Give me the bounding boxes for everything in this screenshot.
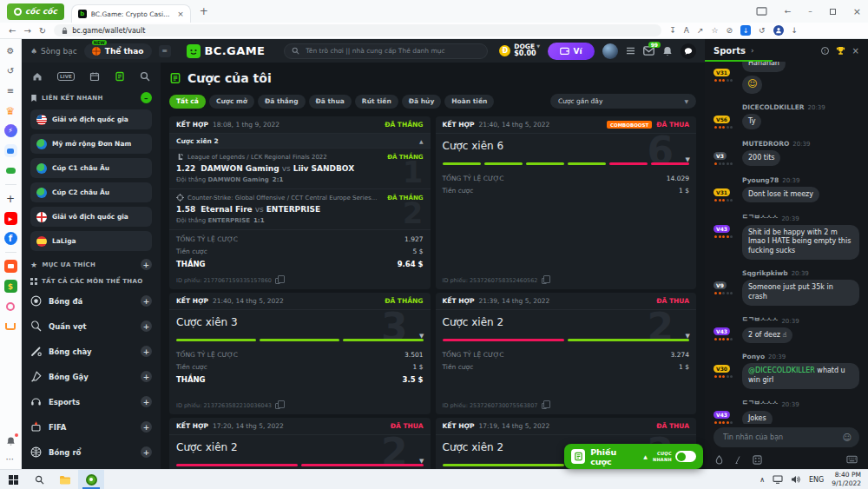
file-explorer-icon[interactable] (52, 470, 78, 489)
settings-icon[interactable]: ⚙ (4, 44, 17, 57)
notifications-bell-icon[interactable] (4, 434, 17, 447)
minimize-button[interactable]: – (808, 7, 812, 16)
network-icon[interactable] (773, 475, 783, 484)
list-icon[interactable] (626, 47, 635, 55)
chat-username[interactable]: MUTEDRORO20:39 (742, 140, 859, 148)
taskbar-clock[interactable]: 8:40 PM 9/1/2022 (832, 471, 861, 488)
bet-card[interactable]: KẾT HỢP21:40, 14 thg 5, 2022COMBOBOOSTĐÃ… (436, 116, 697, 289)
chat-username[interactable]: ᄃᄀᄇᄉᄉᄉ20:39 (742, 213, 859, 222)
expand-plus-icon[interactable]: + (141, 346, 152, 357)
tab-close-icon[interactable]: × (177, 10, 184, 18)
sidebar-sport-esports[interactable]: Esports+ (30, 393, 152, 411)
copy-icon[interactable] (542, 278, 547, 284)
quick-bet-toggle[interactable] (675, 451, 696, 462)
copy-icon[interactable] (275, 403, 280, 409)
bcgame-logo[interactable]: BC.GAME (187, 44, 266, 58)
game-search-input[interactable] (304, 46, 480, 56)
coccoc-taskbar-icon[interactable] (78, 470, 104, 489)
copy-icon[interactable] (542, 403, 547, 409)
close-button[interactable]: × (853, 6, 861, 17)
downloads-icon[interactable]: ↓ (792, 26, 799, 35)
sports-tab[interactable]: NEW Thể thao (84, 43, 152, 59)
chevron-down-icon[interactable]: ▼ (419, 333, 424, 340)
games-icon[interactable] (4, 164, 17, 177)
translate-icon[interactable]: A (684, 26, 689, 35)
browser-tab[interactable]: b BC.Game: Crypto Casino Gan × (71, 4, 191, 23)
youtube-icon[interactable]: ▶ (4, 212, 17, 225)
add-favorite-button[interactable]: + (141, 259, 152, 270)
game-search[interactable] (284, 43, 488, 59)
start-button[interactable] (0, 470, 26, 489)
expand-plus-icon[interactable]: + (141, 295, 152, 307)
user-avatar[interactable] (602, 43, 618, 59)
sidebar-sport-tennis[interactable]: Quần vợt+ (30, 317, 152, 335)
sidebar-sport-cricket[interactable]: Bóng Gậy+ (30, 367, 152, 386)
taskbar-search-icon[interactable] (26, 470, 52, 489)
coccoc-logo[interactable]: cốc cốc (7, 3, 64, 20)
expand-plus-icon[interactable]: + (141, 320, 152, 332)
chat-input-box[interactable]: ☺ (713, 427, 859, 447)
app-red-icon[interactable] (4, 260, 17, 273)
messenger-icon[interactable]: ⚡ (4, 124, 17, 137)
expand-plus-icon[interactable]: + (141, 446, 152, 458)
volume-icon[interactable] (791, 475, 801, 484)
rain-icon[interactable] (715, 455, 723, 465)
filter-pill[interactable]: Đã thắng (258, 95, 306, 109)
sidebar-quick-link[interactable]: LaLiga (30, 231, 152, 251)
sort-dropdown[interactable]: Cược gần đây▼ (550, 94, 696, 109)
filter-pill[interactable]: Đã thua (309, 95, 352, 109)
trophy-icon[interactable] (836, 46, 845, 56)
expand-plus-icon[interactable]: + (141, 371, 152, 382)
mention-link[interactable]: @DICECOLDKILLER (748, 367, 815, 374)
copy-icon[interactable] (275, 278, 280, 284)
home-icon[interactable] (32, 71, 43, 82)
sidebar-sport-basketball[interactable]: Bóng rổ+ (30, 443, 152, 461)
install-icon[interactable]: ↧ (669, 26, 676, 35)
betslip-float-button[interactable]: Phiếu cược ▲ CƯỢCNHANH (564, 444, 703, 469)
bet-title-row[interactable]: Cược xiên 2▲ (169, 134, 431, 149)
bet-card[interactable]: KẾT HỢP21:39, 14 thg 5, 2022ĐÃ THUA2▼Cượ… (436, 293, 697, 414)
chat-username[interactable]: ᄃᄀᄇᄉᄉᄉ20:39 (742, 399, 859, 408)
menu-icon[interactable]: ≡ (159, 45, 171, 57)
adblock-shield-icon[interactable]: ⊘ (727, 26, 733, 35)
chat-username[interactable]: ᄃᄀᄇᄉᄉᄉ20:39 (742, 315, 859, 325)
history-icon[interactable]: ↺ (4, 64, 17, 77)
chat-username[interactable]: Sqgrikpkiwb20:39 (742, 269, 859, 277)
sidebar-quick-link[interactable]: Cúp C2 châu Âu (30, 182, 152, 202)
dice-icon[interactable] (753, 455, 762, 465)
sidebar-sport-football[interactable]: Bóng đá+ (30, 292, 152, 310)
bet-card[interactable]: KẾT HỢP17:20, 14 thg 5, 2022ĐÃ THUA2▼Cượ… (169, 418, 431, 469)
schedule-icon[interactable] (89, 71, 100, 82)
chat-rules-icon[interactable]: ! (821, 47, 829, 55)
forward-icon[interactable]: → (23, 26, 30, 36)
chat-username[interactable]: DICECOLDKILLER20:39 (742, 103, 859, 111)
crown-icon[interactable]: ♛ (4, 104, 17, 117)
expand-plus-icon[interactable]: + (141, 421, 152, 433)
chat-username[interactable]: Pyoung7820:39 (742, 176, 859, 184)
balance-selector[interactable]: Đ DOGE▼ $0.00 (499, 43, 540, 58)
sidebar-quick-link[interactable]: Mỹ mở rộng Đơn Nam (30, 134, 152, 154)
chat-room-name[interactable]: Sports (713, 46, 746, 56)
chat-input[interactable] (721, 433, 843, 442)
maximize-button[interactable] (830, 9, 836, 15)
cast-icon[interactable] (756, 7, 767, 16)
language-indicator[interactable]: ENG (809, 476, 824, 484)
tray-expand-icon[interactable]: ∧ (760, 476, 765, 484)
chevron-down-icon[interactable]: ▼ (686, 156, 690, 163)
chevron-down-icon[interactable]: ▼ (686, 333, 690, 340)
chevron-down-icon[interactable]: ▼ (419, 458, 424, 465)
share-icon[interactable]: ↗ (697, 26, 704, 35)
commands-icon[interactable] (734, 455, 741, 465)
app-green-icon[interactable]: $ (4, 280, 17, 293)
app-cart-icon[interactable] (4, 320, 17, 333)
facebook-icon[interactable]: f (4, 232, 17, 245)
plus-icon[interactable]: + (4, 192, 17, 205)
gif-keyboard-icon[interactable] (846, 455, 858, 464)
sidebar-search-icon[interactable] (140, 71, 150, 82)
more-icon[interactable]: ⋯ (6, 454, 16, 464)
back-icon[interactable]: ← (9, 26, 16, 36)
url-field[interactable]: bc.game/wallet/vault (54, 24, 661, 36)
bet-card[interactable]: KẾT HỢP21:40, 14 thg 5, 2022ĐÃ THẮNG3▼Cư… (169, 293, 431, 414)
bell-icon[interactable] (662, 46, 673, 56)
reader-icon[interactable]: ≡ (4, 84, 17, 97)
